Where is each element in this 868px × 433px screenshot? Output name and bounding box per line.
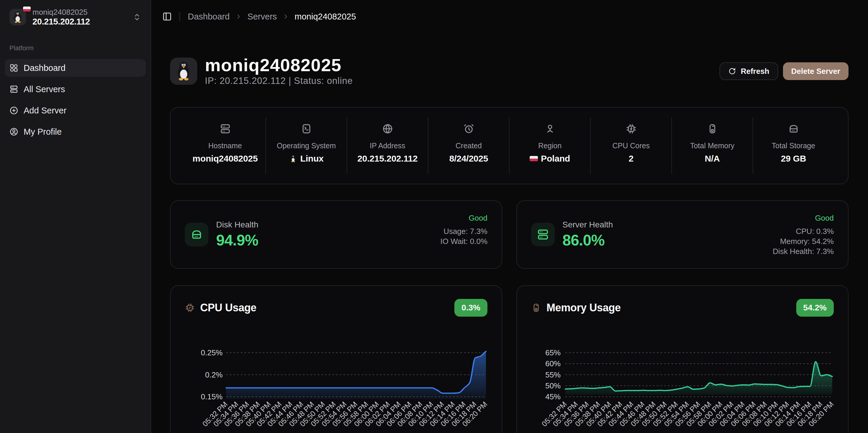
- chevrons-up-down-icon[interactable]: [133, 13, 141, 21]
- memory-usage-badge: 54.2%: [796, 299, 834, 317]
- disk-health-card: Disk Health 94.9% Good Usage: 7.3% IO Wa…: [170, 200, 502, 269]
- circle-user-icon: [9, 127, 18, 136]
- info-label: Hostname: [209, 142, 242, 150]
- server-switcher[interactable]: moniq24082025 20.215.202.112: [5, 5, 146, 30]
- breadcrumb: Dashboard Servers moniq24082025: [188, 12, 356, 22]
- cpu-icon: [185, 303, 195, 313]
- sidebar-item-dashboard[interactable]: Dashboard: [5, 59, 146, 77]
- cpu-usage-card: CPU Usage 0.3% 0.25%0.2%0.15%05:32 PM05:…: [170, 285, 502, 433]
- info-value: Linux: [289, 153, 323, 164]
- circle-plus-icon: [9, 106, 18, 115]
- memory-usage-card: Memory Usage 54.2% 65%60%55%50%45%05:32 …: [516, 285, 848, 433]
- terminal-icon: [301, 123, 312, 135]
- info-total-storage: Total Storage 29 GB: [753, 117, 834, 174]
- svg-text:55%: 55%: [545, 370, 561, 379]
- sidebar-toggle-icon[interactable]: [162, 12, 172, 21]
- svg-text:50%: 50%: [545, 381, 561, 390]
- svg-text:0.2%: 0.2%: [205, 370, 223, 379]
- svg-text:0.25%: 0.25%: [201, 348, 223, 357]
- info-value: Poland: [530, 153, 570, 164]
- cpu-icon: [626, 123, 637, 135]
- info-label: Total Storage: [772, 142, 815, 150]
- server-switcher-ip: 20.215.202.112: [32, 17, 90, 27]
- memory-stick-icon: [531, 303, 541, 313]
- sidebar-item-label: My Profile: [24, 127, 62, 137]
- main-area: Dashboard Servers moniq24082025 moniq240…: [151, 0, 868, 433]
- info-cpu-cores: CPU Cores 2: [591, 117, 672, 174]
- sidebar: moniq24082025 20.215.202.112 Platform Da…: [0, 0, 151, 433]
- page-header: moniq24082025 IP: 20.215.202.112 | Statu…: [170, 56, 848, 86]
- server-health-tile: [531, 223, 555, 246]
- breadcrumb-servers[interactable]: Servers: [247, 12, 277, 22]
- health-card-title: Server Health: [562, 220, 613, 230]
- health-detail: Memory: 54.2%: [773, 236, 834, 246]
- globe-icon: [382, 123, 393, 135]
- server-health-card: Server Health 86.0% Good CPU: 0.3% Memor…: [516, 200, 848, 269]
- map-pin-icon: [545, 123, 556, 135]
- cpu-usage-badge: 0.3%: [454, 299, 488, 317]
- svg-text:0.15%: 0.15%: [201, 392, 223, 401]
- info-label: Total Memory: [690, 142, 734, 150]
- health-status: Good: [773, 214, 834, 222]
- chevron-right-icon: [235, 13, 242, 20]
- breadcrumb-current: moniq24082025: [294, 12, 356, 22]
- poland-flag-icon: [530, 156, 538, 161]
- server-icon: [537, 228, 549, 241]
- info-label: IP Address: [370, 142, 405, 150]
- topbar: Dashboard Servers moniq24082025: [151, 0, 868, 33]
- health-cards-row: Disk Health 94.9% Good Usage: 7.3% IO Wa…: [170, 200, 848, 269]
- cpu-usage-chart: 0.25%0.2%0.15%05:32 PM05:34 PM05:36 PM05…: [185, 330, 489, 433]
- info-label: Operating System: [277, 142, 336, 150]
- info-total-memory: Total Memory N/A: [672, 117, 753, 174]
- charts-row: CPU Usage 0.3% 0.25%0.2%0.15%05:32 PM05:…: [170, 285, 848, 433]
- health-detail: CPU: 0.3%: [773, 226, 834, 236]
- info-hostname: Hostname moniq24082025: [185, 117, 266, 174]
- info-value: moniq24082025: [192, 153, 258, 164]
- server-avatar: [9, 9, 26, 25]
- info-created: Created 8/24/2025: [428, 117, 509, 174]
- delete-button-label: Delete Server: [791, 67, 840, 76]
- info-label: CPU Cores: [612, 142, 650, 150]
- server-dashboard-page: moniq24082025 20.215.202.112 Platform Da…: [0, 0, 868, 433]
- delete-server-button[interactable]: Delete Server: [783, 62, 848, 80]
- svg-text:45%: 45%: [545, 392, 561, 401]
- health-card-value: 94.9%: [216, 231, 258, 249]
- tux-penguin-icon: [289, 154, 297, 163]
- alarm-clock-icon: [463, 123, 474, 135]
- server-info-card: Hostname moniq24082025 Operating System …: [170, 107, 848, 184]
- page-title: moniq24082025: [205, 56, 353, 75]
- info-label: Region: [538, 142, 562, 150]
- refresh-icon: [728, 67, 736, 75]
- server-os-avatar: [170, 58, 197, 85]
- chart-title: Memory Usage: [547, 301, 621, 314]
- health-detail: IO Wait: 0.0%: [440, 236, 488, 246]
- hard-drive-icon: [190, 228, 203, 241]
- health-status: Good: [440, 214, 488, 222]
- info-value: 2: [628, 153, 633, 164]
- servers-icon: [9, 85, 18, 94]
- health-card-title: Disk Health: [216, 220, 258, 230]
- server-icon: [220, 123, 231, 135]
- info-value: 29 GB: [781, 153, 806, 164]
- poland-flag-badge: [23, 6, 31, 11]
- chart-title: CPU Usage: [200, 301, 256, 314]
- disk-health-tile: [185, 223, 209, 246]
- server-switcher-name: moniq24082025: [32, 8, 90, 17]
- svg-text:65%: 65%: [545, 348, 561, 357]
- info-value: 20.215.202.112: [357, 153, 417, 164]
- page-content: moniq24082025 IP: 20.215.202.112 | Statu…: [151, 56, 868, 433]
- sidebar-item-add-server[interactable]: Add Server: [5, 102, 146, 119]
- sidebar-item-label: Dashboard: [24, 63, 66, 73]
- info-label: Created: [456, 142, 482, 150]
- memory-usage-chart: 65%60%55%50%45%05:32 PM05:34 PM05:36 PM0…: [531, 330, 835, 433]
- tux-penguin-icon: [11, 11, 24, 24]
- sidebar-item-all-servers[interactable]: All Servers: [5, 80, 146, 98]
- sidebar-item-my-profile[interactable]: My Profile: [5, 123, 146, 141]
- info-operating-system: Operating System Linux: [266, 117, 347, 174]
- health-detail: Disk Health: 7.3%: [773, 246, 834, 256]
- breadcrumb-dashboard[interactable]: Dashboard: [188, 12, 230, 22]
- info-value: 8/24/2025: [450, 153, 488, 164]
- refresh-button[interactable]: Refresh: [719, 62, 778, 80]
- info-value: N/A: [705, 153, 720, 164]
- info-region: Region Poland: [509, 117, 591, 174]
